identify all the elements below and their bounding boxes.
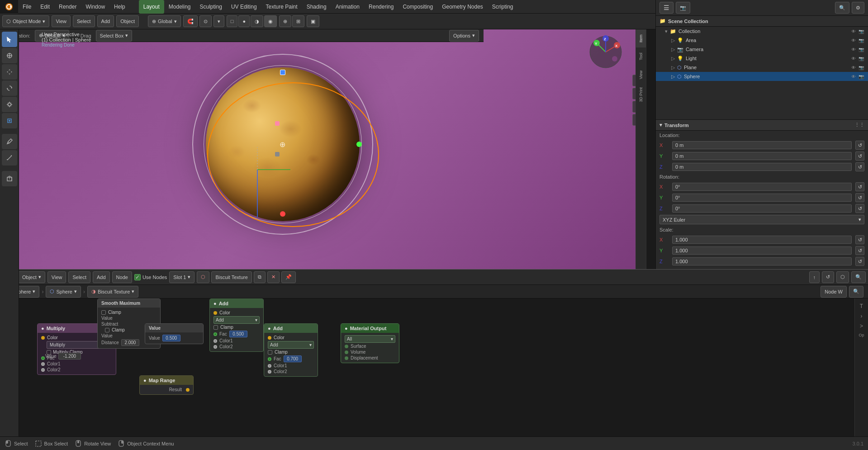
tab-rendering[interactable]: Rendering xyxy=(364,0,398,14)
select-menu-btn[interactable]: Select xyxy=(73,15,95,27)
mat-displacement-socket[interactable] xyxy=(345,356,348,360)
material-copy-btn[interactable]: ⧉ xyxy=(254,271,266,283)
viewport-shading-btn[interactable]: ▣ xyxy=(307,15,319,27)
node-object-btn[interactable]: Object ▾ xyxy=(18,271,45,283)
menu-render[interactable]: Render xyxy=(54,0,81,14)
node-search2-btn[interactable]: 🔍 xyxy=(849,286,863,298)
mat-surface-socket[interactable] xyxy=(345,345,348,348)
select-tool-btn[interactable] xyxy=(2,32,17,47)
material-name-btn[interactable]: Biscuit Texture xyxy=(211,271,251,283)
node-gt-btn[interactable]: > xyxy=(860,323,863,329)
add2-fac-socket[interactable] xyxy=(268,357,271,361)
euler-dropdown[interactable]: XYZ Euler ▾ xyxy=(659,215,864,224)
add2-fac-val[interactable]: 0.700 xyxy=(284,355,302,362)
render-toggle[interactable]: 📷 xyxy=(858,28,864,34)
sm-dist-val[interactable]: 2.000 xyxy=(121,339,139,346)
transform-handle-center1[interactable] xyxy=(275,121,280,126)
render-props-btn[interactable]: 📷 xyxy=(676,2,690,14)
sphere-vis[interactable]: 👁 xyxy=(850,73,857,80)
scale-z-reset[interactable]: ↺ xyxy=(855,257,864,266)
material-x-btn[interactable]: ✕ xyxy=(267,271,280,283)
transform-handle-center2[interactable] xyxy=(275,152,280,156)
rot-y-value[interactable]: 0° xyxy=(672,194,852,202)
rot-z-value[interactable]: 0° xyxy=(672,204,852,213)
proportional-btn[interactable]: ⊙ xyxy=(199,15,212,27)
node-side-btn[interactable]: Node W xyxy=(821,286,847,298)
add2-dropdown[interactable]: Add▾ xyxy=(268,341,314,349)
scale-x-value[interactable]: 1.000 xyxy=(672,236,852,244)
scale-z-value[interactable]: 1.000 xyxy=(672,257,852,265)
loc-x-reset[interactable]: ↺ xyxy=(855,141,864,150)
transform-handle-right[interactable] xyxy=(356,142,362,147)
3d-viewport[interactable]: User Perspective (1) Collection | Sphere… xyxy=(19,29,646,269)
node-undo-btn[interactable]: ↺ xyxy=(822,271,834,283)
tab-texture-paint[interactable]: Texture Paint xyxy=(261,0,302,14)
area-render[interactable]: 📷 xyxy=(858,37,864,43)
scale-y-reset[interactable]: ↺ xyxy=(855,246,864,255)
add1-fac-val[interactable]: 0.500 xyxy=(229,331,247,337)
tab-animation[interactable]: Animation xyxy=(331,0,364,14)
overlay-btn[interactable]: ⊕ xyxy=(279,15,291,27)
sphere-item[interactable]: ▷ ⬡ Sphere 👁 📷 xyxy=(656,72,868,81)
light-vis[interactable]: 👁 xyxy=(850,55,857,62)
tool-tab[interactable]: Tool xyxy=(636,47,646,66)
multiply-fac-socket[interactable] xyxy=(41,356,45,360)
tab-sculpting[interactable]: Sculpting xyxy=(195,0,227,14)
material-btn[interactable]: ◑ xyxy=(251,15,263,27)
plane-vis[interactable]: 👁 xyxy=(850,64,857,71)
rendered-btn[interactable]: ◉ xyxy=(264,15,277,27)
add-menu-btn[interactable]: Add xyxy=(97,15,114,27)
multiply-c2-socket[interactable] xyxy=(41,368,45,372)
options-btn[interactable]: Options ▾ xyxy=(449,30,479,42)
mat-volume-socket[interactable] xyxy=(345,351,348,354)
sphere-render[interactable]: 📷 xyxy=(858,73,864,80)
solid-btn[interactable]: ● xyxy=(238,15,250,27)
mat-all-dropdown[interactable]: All▾ xyxy=(345,335,395,343)
xray-btn[interactable]: ⊞ xyxy=(292,15,304,27)
object-menu-btn[interactable]: Object xyxy=(116,15,139,27)
tab-layout[interactable]: Layout xyxy=(139,0,164,14)
view-tab[interactable]: View xyxy=(636,66,646,84)
rot-y-reset[interactable]: ↺ xyxy=(855,193,864,202)
3dprint-tab[interactable]: 3D Print xyxy=(636,84,646,106)
scale-tool-btn[interactable] xyxy=(2,97,17,112)
item-tab[interactable]: Item xyxy=(636,29,646,47)
cursor-tool-btn[interactable] xyxy=(2,48,17,63)
outliner-icon-btn[interactable]: ☰ xyxy=(659,2,674,14)
add1-c2-socket[interactable] xyxy=(213,345,217,349)
camera-item[interactable]: ▷ 📷 Camera 👁 📷 xyxy=(656,45,868,54)
node-canvas[interactable]: ● Multiply Color Multiply ▾ Multiply Cla… xyxy=(0,298,868,436)
loc-x-value[interactable]: 0 m xyxy=(672,141,852,149)
node-sphere2-btn[interactable]: ⬡ Sphere ▾ xyxy=(46,286,81,298)
material-pin-btn[interactable]: 📌 xyxy=(281,271,296,283)
snap-btn[interactable]: 🧲 xyxy=(183,15,198,27)
filter-options-btn[interactable]: ⚙ xyxy=(852,2,864,14)
transform-header[interactable]: ▾ Transform ⋮⋮ xyxy=(656,120,868,131)
collection-item[interactable]: ▾ 📁 Collection 👁 📷 xyxy=(656,27,868,36)
tab-modeling[interactable]: Modeling xyxy=(164,0,195,14)
rot-z-reset[interactable]: ↺ xyxy=(855,204,864,213)
plane-render[interactable]: 📷 xyxy=(858,64,864,71)
loc-y-reset[interactable]: ↺ xyxy=(855,152,864,161)
box-select-status[interactable]: Box Select xyxy=(35,440,68,447)
add1-clamp[interactable] xyxy=(213,325,218,330)
view-menu-btn[interactable]: View xyxy=(52,15,71,27)
add-cube-btn[interactable] xyxy=(2,171,17,186)
node-up-btn[interactable]: ↑ xyxy=(809,271,820,283)
mode-toggle-btn[interactable]: ⬡ Object Mode ▾ xyxy=(2,15,49,27)
value2-field[interactable]: -1.200 xyxy=(58,353,81,360)
node-search-btn[interactable]: 🔍 xyxy=(851,271,866,283)
multiply-c1-socket[interactable] xyxy=(41,362,45,366)
sm-clamp[interactable] xyxy=(101,310,106,315)
add1-c1-socket[interactable] xyxy=(213,339,217,343)
wireframe-btn[interactable]: □ xyxy=(227,15,238,27)
loc-z-value[interactable]: 0 m xyxy=(672,163,852,171)
add1-color-output[interactable] xyxy=(213,311,217,315)
transform-handle-top[interactable] xyxy=(280,70,285,75)
area-item[interactable]: ▷ 💡 Area 👁 📷 xyxy=(656,36,868,45)
material-icon-btn[interactable]: ⬡ xyxy=(197,271,209,283)
tab-shading[interactable]: Shading xyxy=(302,0,331,14)
vis-toggle[interactable]: 👁 xyxy=(850,28,857,34)
area-vis[interactable]: 👁 xyxy=(850,37,857,43)
add2-c2-socket[interactable] xyxy=(268,370,271,374)
